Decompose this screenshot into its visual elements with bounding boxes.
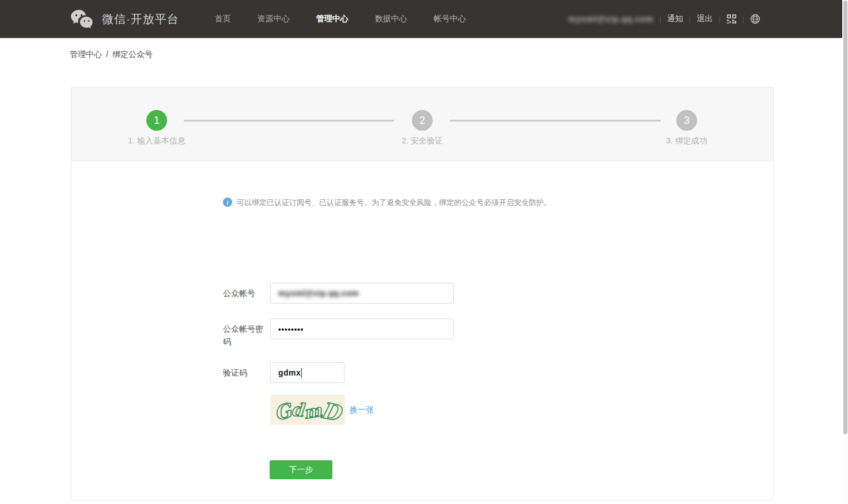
step-1-circle: 1 bbox=[146, 110, 167, 131]
nav-item-management[interactable]: 管理中心 bbox=[316, 14, 349, 24]
scrollbar-thumb[interactable] bbox=[843, 1, 847, 434]
step-1-label: 1. 输入基本信息 bbox=[93, 136, 220, 146]
nav-item-data[interactable]: 数据中心 bbox=[375, 14, 407, 24]
notifications-link[interactable]: 通知 bbox=[667, 14, 683, 24]
globe-icon[interactable] bbox=[750, 14, 760, 24]
security-notice: i 可以绑定已认证订阅号、已认证服务号。为了避免安全风险，绑定的公众号必须开启安… bbox=[223, 198, 551, 207]
separator: | bbox=[718, 15, 720, 24]
account-label: 公众帐号 bbox=[223, 287, 267, 300]
wechat-logo-icon bbox=[70, 9, 94, 29]
step-3-circle: 3 bbox=[676, 110, 697, 131]
breadcrumb: 管理中心/绑定公众号 bbox=[70, 50, 153, 60]
separator: | bbox=[689, 15, 691, 24]
bind-account-panel: 1 2 3 1. 输入基本信息 2. 安全验证 3. 绑定成功 i 可以绑定已认… bbox=[71, 87, 774, 501]
password-label: 公众帐号密码 bbox=[223, 323, 267, 348]
password-value: •••••••• bbox=[278, 325, 304, 334]
step-line-1 bbox=[184, 120, 394, 122]
top-navbar: 微信·开放平台 首页 资源中心 管理中心 数据中心 帐号中心 myxml@vip… bbox=[0, 0, 842, 38]
notice-text: 可以绑定已认证订阅号、已认证服务号。为了避免安全风险，绑定的公众号必须开启安全防… bbox=[237, 198, 551, 207]
captcha-image[interactable]: GdmD bbox=[270, 395, 345, 425]
nav-item-home[interactable]: 首页 bbox=[215, 14, 231, 24]
scrollbar-track[interactable] bbox=[842, 0, 848, 504]
breadcrumb-management-center[interactable]: 管理中心 bbox=[70, 50, 102, 59]
nav-item-account[interactable]: 帐号中心 bbox=[434, 14, 466, 24]
account-input[interactable]: myxml@vip.qq.com bbox=[270, 283, 454, 304]
captcha-input[interactable]: gdmx bbox=[270, 362, 344, 383]
brand-title: 微信·开放平台 bbox=[102, 12, 179, 27]
user-email: myxml@vip.qq.com bbox=[569, 14, 654, 24]
text-cursor bbox=[301, 368, 302, 378]
main-nav: 首页 资源中心 管理中心 数据中心 帐号中心 bbox=[215, 14, 493, 24]
captcha-value: gdmx bbox=[278, 368, 301, 377]
brand[interactable]: 微信·开放平台 bbox=[70, 9, 179, 29]
qr-code-icon[interactable] bbox=[726, 14, 737, 24]
account-value: myxml@vip.qq.com bbox=[278, 289, 359, 298]
separator: | bbox=[659, 15, 661, 24]
captcha-label: 验证码 bbox=[223, 366, 267, 379]
info-icon: i bbox=[223, 198, 232, 207]
step-line-2 bbox=[450, 120, 661, 122]
header-user-area: myxml@vip.qq.com | 通知 | 退出 | | bbox=[569, 0, 760, 38]
captcha-refresh-link[interactable]: 换一张 bbox=[350, 405, 374, 415]
breadcrumb-current: 绑定公众号 bbox=[112, 50, 153, 59]
logout-link[interactable]: 退出 bbox=[696, 14, 713, 24]
breadcrumb-separator: / bbox=[106, 50, 108, 59]
captcha-text: GdmD bbox=[273, 395, 342, 425]
nav-item-resources[interactable]: 资源中心 bbox=[258, 14, 290, 24]
bind-account-form: i 可以绑定已认证订阅号、已认证服务号。为了避免安全风险，绑定的公众号必须开启安… bbox=[71, 161, 773, 500]
separator: | bbox=[743, 15, 744, 24]
step-2-circle: 2 bbox=[412, 110, 433, 131]
step-3-label: 3. 绑定成功 bbox=[623, 136, 750, 146]
password-input[interactable]: •••••••• bbox=[270, 319, 454, 339]
step-2-label: 2. 安全验证 bbox=[359, 136, 486, 146]
next-step-button[interactable]: 下一步 bbox=[270, 460, 332, 479]
stepper: 1 2 3 1. 输入基本信息 2. 安全验证 3. 绑定成功 bbox=[71, 88, 773, 161]
